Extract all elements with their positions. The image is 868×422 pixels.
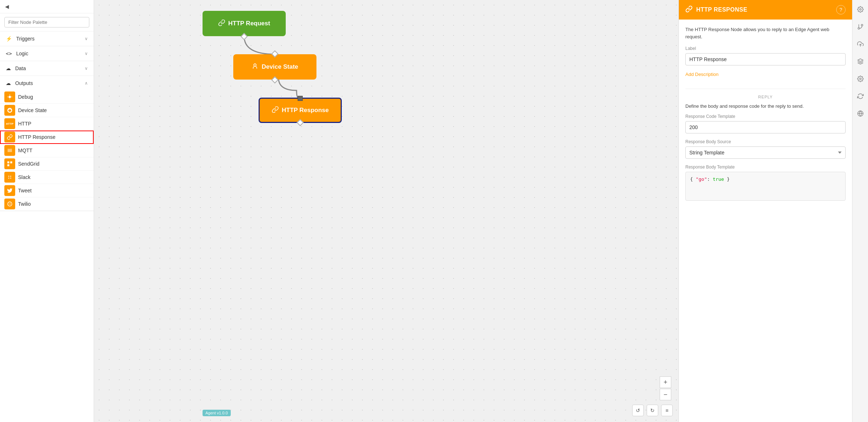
svg-point-7 [10,178,11,179]
reply-section-title: REPLY [685,95,846,99]
section-data: ☁ Data ∨ [0,61,94,76]
code-normal-3: } [724,176,730,182]
svg-rect-3 [7,164,9,166]
http-request-node-icon [218,19,225,28]
device-state-label: Device State [18,107,47,113]
svg-rect-2 [10,161,12,163]
add-description-link[interactable]: Add Description [685,72,719,77]
sidebar-search-container [0,13,94,31]
node-http-response[interactable]: HTTP Response [259,98,342,123]
zoom-in-button[interactable]: + [660,376,671,388]
data-label: ☁ Data [6,65,26,71]
flow-canvas[interactable]: HTTP Request Device State HTTP Response … [94,0,678,422]
svg-point-11 [9,204,9,205]
section-logic-header[interactable]: <> Logic ∨ [0,46,94,61]
globe-icon[interactable] [855,108,865,119]
code-string-go: "go" [696,176,707,182]
mqtt-label: MQTT [18,148,33,153]
right-panel: HTTP RESPONSE ? The HTTP Response Node a… [678,0,852,422]
section-logic: <> Logic ∨ [0,46,94,61]
search-input[interactable] [4,17,89,27]
code-bool-true: true [713,176,724,182]
advanced-settings-icon[interactable] [855,74,865,84]
label-input[interactable] [685,53,846,65]
sidebar-item-twilio[interactable]: Twilio [0,197,94,211]
svg-point-9 [9,203,9,204]
svg-point-4 [8,176,9,177]
upload-icon[interactable] [855,39,865,49]
device-state-node-icon [251,63,259,72]
debug-label: Debug [18,94,33,100]
agent-badge: Agent v1.0.0 [203,410,231,416]
help-button[interactable]: ? [836,5,846,14]
sidebar-item-slack[interactable]: Slack [0,171,94,184]
outputs-label: ☁ Outputs [6,80,33,86]
sidebar-item-debug[interactable]: Debug [0,90,94,104]
response-body-source-select[interactable]: String Template Payload JSON Template [685,146,846,159]
response-body-template-code[interactable]: { "go": true } [685,172,846,201]
response-code-input[interactable] [685,121,846,133]
sidebar-item-sendgrid[interactable]: SendGrid [0,157,94,171]
section-outputs: ☁ Outputs ∧ Debug Device State [0,76,94,211]
svg-point-12 [10,204,11,205]
tweet-label: Tweet [18,188,31,193]
logic-chevron: ∨ [85,51,88,56]
code-normal-1: { [690,176,696,182]
node-http-request[interactable]: HTTP Request [203,11,286,36]
mqtt-icon [4,145,15,156]
back-icon: ◀ [5,4,9,9]
sync-icon[interactable] [855,91,865,101]
node-device-state[interactable]: Device State [233,54,316,80]
zoom-controls: + − [660,376,671,400]
http-response-label: HTTP Response [18,134,55,140]
sidebar-item-http[interactable]: HTTP HTTP [0,117,94,131]
device-state-node-label: Device State [261,63,298,71]
header-title-text: HTTP RESPONSE [696,7,747,13]
branch-icon[interactable] [855,22,865,32]
header-link-icon [685,5,693,14]
panel-description: The HTTP Response Node allows you to rep… [685,26,846,40]
outputs-items: Debug Device State HTTP HTTP HTTP Respon… [0,90,94,211]
tweet-icon [4,185,15,196]
http-request-node-label: HTTP Request [228,20,270,27]
triggers-label: ⚡ Triggers [6,36,34,42]
http-icon: HTTP [4,118,15,129]
sidebar-item-mqtt[interactable]: MQTT [0,144,94,157]
svg-rect-1 [7,161,9,163]
reply-section-desc: Define the body and response code for th… [685,103,846,109]
svg-point-8 [8,202,12,206]
undo-button[interactable]: ↺ [632,405,644,416]
label-field-group: Label [685,46,846,65]
svg-point-20 [859,78,861,80]
response-body-source-label: Response Body Source [685,139,846,144]
http-request-output-connector[interactable] [241,33,248,40]
redo-button[interactable]: ↻ [647,405,658,416]
svg-point-13 [254,64,256,66]
outputs-chevron: ∧ [85,81,88,86]
section-outputs-header[interactable]: ☁ Outputs ∧ [0,76,94,90]
far-right-bar [852,0,868,422]
device-state-icon [4,105,15,116]
sidebar-item-http-response[interactable]: HTTP Response [0,131,94,144]
debug-icon [4,91,15,102]
sidebar-back-button[interactable]: ◀ [0,0,94,13]
code-normal-2: : [707,176,713,182]
zoom-out-button[interactable]: − [660,389,671,400]
sidebar-item-device-state[interactable]: Device State [0,104,94,117]
reply-divider [685,89,846,89]
canvas-bottom-bar: ↺ ↻ ≡ [632,405,673,416]
layers-icon[interactable] [855,56,865,67]
triggers-chevron: ∨ [85,36,88,41]
response-body-template-group: Response Body Template { "go": true } [685,165,846,201]
response-code-group: Response Code Template [685,114,846,133]
slack-icon [4,172,15,183]
menu-button[interactable]: ≡ [661,405,673,416]
sidebar: ◀ ⚡ Triggers ∨ <> Logic ∨ ☁ Data [0,0,94,422]
sidebar-item-tweet[interactable]: Tweet [0,184,94,197]
settings-icon[interactable] [855,4,865,14]
section-triggers: ⚡ Triggers ∨ [0,31,94,46]
section-triggers-header[interactable]: ⚡ Triggers ∨ [0,31,94,46]
response-code-label: Response Code Template [685,114,846,119]
section-data-header[interactable]: ☁ Data ∨ [0,61,94,76]
right-panel-body: The HTTP Response Node allows you to rep… [679,20,852,422]
